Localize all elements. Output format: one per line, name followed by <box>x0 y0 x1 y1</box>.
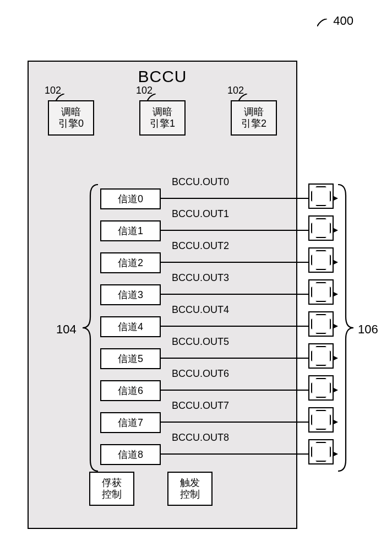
channel-row: 信道6BCCU.OUT6 <box>100 380 161 401</box>
channel-row: 信道4BCCU.OUT4 <box>100 316 161 337</box>
channel-row: 信道1BCCU.OUT1 <box>100 220 161 241</box>
brace-leds <box>338 185 355 471</box>
trigger-control-box: 触发 控制 <box>167 472 213 506</box>
channel-row: 信道3BCCU.OUT3 <box>100 284 161 305</box>
led-icon <box>308 311 334 337</box>
channel-output-label: BCCU.OUT4 <box>172 304 229 316</box>
channel-box: 信道0 <box>100 188 161 209</box>
brace-channels <box>83 185 99 471</box>
figure-ref-leader <box>317 19 327 26</box>
channel-output-label: BCCU.OUT1 <box>172 208 229 220</box>
led-icon <box>308 343 334 369</box>
ref-label: 102 <box>136 85 153 96</box>
led-icon <box>308 279 334 305</box>
channel-row: 信道2BCCU.OUT2 <box>100 252 161 273</box>
led-icon <box>308 407 334 433</box>
ref-leds-label: 106 <box>358 322 378 337</box>
capture-control-box: 俘获 控制 <box>89 472 134 506</box>
channel-row: 信道8BCCU.OUT8 <box>100 444 161 465</box>
channel-box: 信道8 <box>100 444 161 465</box>
led-icon <box>308 375 334 401</box>
ref-channels-label: 104 <box>56 322 77 337</box>
engine-label: 调暗 引擎2 <box>241 106 266 129</box>
channel-box: 信道5 <box>100 348 161 369</box>
ref-label: 102 <box>45 85 61 96</box>
channel-box: 信道6 <box>100 380 161 401</box>
channel-output-label: BCCU.OUT2 <box>172 240 229 252</box>
channel-list: 信道0BCCU.OUT0信道1BCCU.OUT1信道2BCCU.OUT2信道3B… <box>100 188 161 476</box>
bccu-title: BCCU <box>29 67 296 86</box>
channel-box: 信道2 <box>100 252 161 273</box>
led-icon <box>308 215 334 241</box>
channel-output-label: BCCU.OUT6 <box>172 368 229 380</box>
trigger-control-label: 触发 控制 <box>180 477 200 500</box>
ref-label: 102 <box>227 85 244 96</box>
led-icon <box>308 439 334 464</box>
led-column <box>308 183 334 471</box>
dimming-engine-0: 102 调暗 引擎0 <box>48 100 94 136</box>
control-row: 俘获 控制 触发 控制 <box>89 472 213 506</box>
engine-label: 调暗 引擎0 <box>58 106 84 129</box>
channel-box: 信道4 <box>100 316 161 337</box>
channel-row: 信道0BCCU.OUT0 <box>100 188 161 209</box>
dimming-engine-1: 102 调暗 引擎1 <box>139 100 186 136</box>
channel-box: 信道1 <box>100 220 161 241</box>
capture-control-label: 俘获 控制 <box>102 477 122 500</box>
led-icon <box>308 183 334 209</box>
figure-ref: 400 <box>333 14 353 28</box>
channel-output-label: BCCU.OUT8 <box>172 432 229 444</box>
channel-output-label: BCCU.OUT0 <box>172 176 229 188</box>
channel-row: 信道7BCCU.OUT7 <box>100 412 161 433</box>
channel-row: 信道5BCCU.OUT5 <box>100 348 161 369</box>
channel-output-label: BCCU.OUT7 <box>172 400 229 412</box>
channel-output-label: BCCU.OUT5 <box>172 336 229 348</box>
channel-box: 信道7 <box>100 412 161 433</box>
engine-label: 调暗 引擎1 <box>150 106 175 129</box>
led-icon <box>308 247 334 273</box>
dimming-engine-2: 102 调暗 引擎2 <box>231 100 277 136</box>
dimming-engine-row: 102 调暗 引擎0 102 调暗 引擎1 102 调暗 引擎2 <box>48 100 277 136</box>
channel-output-label: BCCU.OUT3 <box>172 272 229 284</box>
channel-box: 信道3 <box>100 284 161 305</box>
bccu-module: BCCU 102 调暗 引擎0 102 调暗 引擎1 102 调暗 引擎2 信道… <box>28 61 297 529</box>
